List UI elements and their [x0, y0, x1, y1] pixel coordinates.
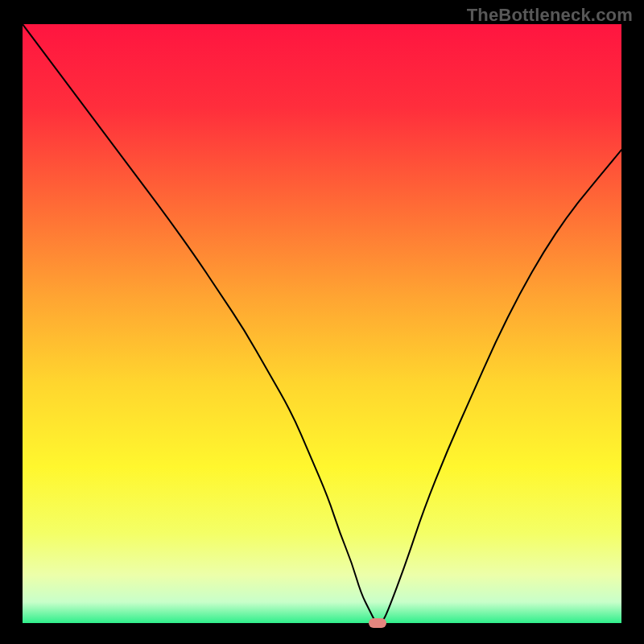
chart-root: TheBottleneck.com	[0, 0, 644, 644]
plot-area	[23, 24, 621, 623]
bottleneck-curve	[23, 24, 621, 623]
optimal-point-marker	[369, 618, 386, 628]
curve-layer	[23, 24, 621, 623]
watermark-text: TheBottleneck.com	[467, 5, 633, 26]
